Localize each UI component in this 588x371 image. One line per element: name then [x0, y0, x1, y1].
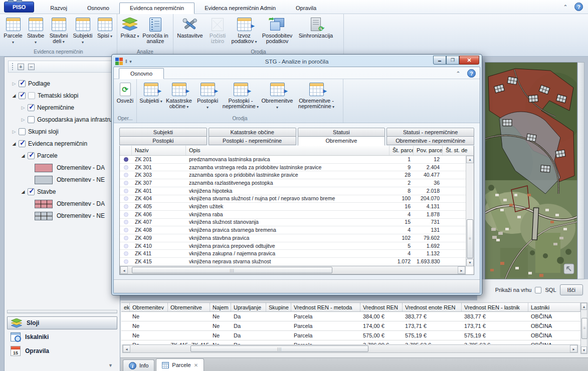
scroll-down-icon[interactable]: ▾ [581, 346, 587, 353]
row-selector-icon[interactable] [124, 189, 128, 193]
expander-icon[interactable] [20, 117, 27, 122]
layer-checkbox[interactable] [28, 116, 35, 123]
toolbar-grip[interactable] [12, 63, 14, 70]
tab-postopki[interactable]: Postopki [119, 136, 207, 145]
table-row[interactable]: ZK 410vknjižena pravica prepovedi odtuji… [120, 242, 474, 250]
layer-checkbox[interactable] [28, 188, 35, 195]
tab-info[interactable]: Info [123, 359, 154, 371]
parcele-button[interactable]: Parcele [2, 16, 25, 45]
table-row[interactable]: ZK 415vknjižena neprava stvarna služnost… [120, 258, 474, 266]
tab-postopki-nepremicnine[interactable]: Postopki - nepremičnine [209, 136, 296, 145]
row-selector-icon[interactable] [124, 228, 128, 232]
row-selector-icon[interactable] [124, 204, 128, 209]
table-row[interactable]: ZK 409vknjižena stavbna pravica10279.602 [120, 234, 474, 242]
scroll-right-icon[interactable]: ▸ [458, 266, 465, 274]
layer-checkbox[interactable] [28, 104, 35, 111]
maximize-button[interactable] [446, 56, 459, 65]
postopki-button[interactable]: Postopki [194, 81, 221, 110]
scroll-down-icon[interactable]: ▾ [466, 259, 474, 266]
tab-evidenca-nepremicnin[interactable]: Evidenca nepremičnin [119, 3, 194, 14]
piso-logo-icon[interactable] [115, 58, 123, 65]
collapse-all-icon[interactable]: − [28, 64, 35, 70]
izvoz-podatkov-button[interactable]: Izvoz podatkov [230, 16, 258, 45]
nav-iskalniki-button[interactable]: Iskalniki [7, 330, 117, 343]
postopki-nepremicnine-button[interactable]: Postopki - nepremičnine [221, 81, 261, 110]
row-selector-icon[interactable] [124, 173, 128, 177]
close-tab-icon[interactable] [194, 362, 198, 368]
tree-item-evidenca-nepremicnin[interactable]: Evidenca nepremičnin [5, 138, 120, 150]
obremenitve-nepremicnine-button[interactable]: Obremenitve - nepremičnine [294, 81, 339, 110]
tree-item-gji[interactable]: Gospodarska javna infrastruktu [5, 114, 120, 126]
layer-checkbox[interactable] [19, 128, 26, 135]
prikaz-button[interactable]: Prikaz [119, 16, 141, 39]
horizontal-scrollbar[interactable]: ◂▸ [120, 266, 466, 274]
nav-opravila-button[interactable]: 15Opravila [7, 344, 117, 357]
expander-icon[interactable] [20, 189, 27, 194]
table-row[interactable]: ZK 303zaznamba spora o pridobitvi lastni… [120, 171, 474, 179]
splitter-handle[interactable] [7, 310, 117, 313]
table-row[interactable]: NeNeDaParcela174,00 €173,71 €173,71 €OBČ… [121, 321, 580, 331]
tab-osnovno[interactable]: Osnovno [77, 3, 119, 14]
table-row[interactable]: ZK 406vknjižena raba41.878 [120, 211, 474, 219]
app-menu-piso-button[interactable]: PISO [4, 2, 34, 13]
spisi-button[interactable]: Spisi [95, 16, 115, 39]
expander-icon[interactable] [11, 129, 18, 134]
quick-access-icon[interactable] [8, 0, 14, 3]
scroll-up-icon[interactable]: ▴ [581, 303, 587, 310]
table-row[interactable]: DaZK 415, ZK 415NeDaParcela3.786,00 €3.7… [121, 340, 580, 344]
table-row[interactable]: ZK 408vknjižena pravica stvarnega bremen… [120, 226, 474, 234]
row-selector-icon[interactable] [124, 181, 128, 185]
row-selector-icon[interactable] [124, 157, 128, 162]
table-row[interactable]: ZK 201predznamovana lastninska pravica11… [120, 156, 474, 164]
vertical-scrollbar[interactable]: ▴▾ [466, 156, 474, 266]
layer-checkbox[interactable] [19, 140, 26, 147]
collapse-ribbon-icon[interactable] [561, 4, 569, 11]
expand-all-icon[interactable]: + [18, 64, 24, 70]
isci-button[interactable]: Išči [560, 284, 583, 295]
map-side-strip[interactable] [578, 62, 584, 279]
row-selector-icon[interactable] [124, 165, 128, 170]
collapse-ribbon-icon[interactable] [454, 70, 462, 77]
tree-item-stavbe[interactable]: Stavbe [5, 186, 120, 198]
close-button[interactable] [459, 56, 479, 65]
sql-checkbox[interactable] [535, 287, 541, 293]
tree-item-nepremicnine[interactable]: Nepremičnine [5, 102, 120, 114]
layer-checkbox[interactable] [19, 92, 26, 99]
scroll-left-icon[interactable]: ◂ [120, 266, 128, 274]
subjekti-dialog-button[interactable]: Subjekti [138, 81, 163, 104]
quick-access-icon[interactable] [17, 0, 22, 3]
table-row[interactable]: ZK 405vknjižen užitek164.131 [120, 203, 474, 211]
table-row[interactable]: ZK 301zaznamba vrstnega reda za pridobit… [120, 164, 474, 172]
tab-opravila[interactable]: Opravila [286, 3, 326, 14]
table-row[interactable]: NeNeDaParcela575,00 €575,19 €575,19 €OBČ… [121, 331, 580, 340]
tab-evidenca-nepremicnin-admin[interactable]: Evidenca nepremičnin Admin [194, 3, 286, 14]
stavbe-button[interactable]: Stavbe [25, 16, 47, 45]
row-selector-icon[interactable] [124, 259, 128, 264]
table-row[interactable]: ZK 407vknjižena služnost stanovanja15731 [120, 219, 474, 227]
nastavitve-button[interactable]: Nastavitve [175, 16, 205, 39]
row-selector-icon[interactable] [124, 251, 128, 256]
katastrske-obcine-button[interactable]: Katastrske občine [163, 81, 194, 110]
expander-icon[interactable] [11, 81, 18, 86]
tab-obremenitve[interactable]: Obremenitve [298, 136, 385, 146]
row-selector-icon[interactable] [124, 244, 128, 248]
scroll-right-icon[interactable]: ▸ [570, 345, 577, 352]
tree-item-tematski-sklopi[interactable]: Tematski sklopi [5, 90, 120, 102]
row-selector-icon[interactable] [124, 196, 128, 201]
minimize-button[interactable] [433, 56, 446, 65]
quick-access-dropdown-icon[interactable] [125, 59, 132, 64]
help-icon[interactable] [467, 69, 476, 78]
subjekti-button[interactable]: Subjekti [71, 16, 95, 45]
row-selector-icon[interactable] [124, 212, 128, 217]
scroll-up-icon[interactable]: ▴ [466, 156, 474, 163]
tree-item-podlage[interactable]: Podlage [5, 78, 120, 90]
tree-item-parcele[interactable]: Parcele [5, 150, 120, 162]
tab-statusi-nepremicnine[interactable]: Statusi - nepremičnine [386, 128, 474, 137]
scroll-left-icon[interactable]: ◂ [123, 345, 130, 352]
tab-razvoj[interactable]: Razvoj [40, 3, 77, 14]
stavbni-deli-button[interactable]: Stavbni deli [47, 16, 71, 45]
layer-checkbox[interactable] [28, 152, 35, 159]
nav-sloji-button[interactable]: Sloji [7, 316, 117, 329]
table-row[interactable]: ZK 307zaznamba razlastitvenega postopka2… [120, 179, 474, 187]
tab-obremenitve-nepremicnine[interactable]: Obremenitve - nepremičnine [386, 136, 474, 145]
